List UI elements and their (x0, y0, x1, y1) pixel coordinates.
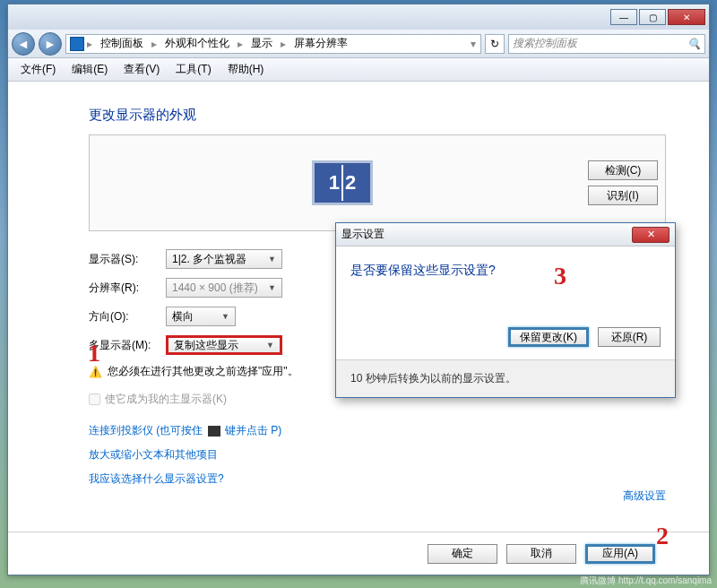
main-display-checkbox (89, 393, 100, 405)
minimize-button[interactable]: — (610, 9, 637, 25)
cancel-button[interactable]: 取消 (506, 544, 576, 564)
projector-link[interactable]: 连接到投影仪 (也可按住 键并点击 P) (89, 423, 666, 438)
identify-button[interactable]: 识别(I) (588, 186, 658, 205)
search-input[interactable]: 搜索控制面板 🔍 (508, 34, 705, 54)
display-settings-dialog: 显示设置 ✕ 是否要保留这些显示设置? 保留更改(K) 还原(R) 10 秒钟后… (335, 222, 676, 398)
breadcrumb-l4[interactable]: 屏幕分辨率 (289, 36, 353, 51)
menu-view[interactable]: 查看(V) (117, 59, 167, 80)
chevron-down-icon: ▼ (266, 341, 274, 350)
chevron-right-icon: ▸ (280, 38, 287, 50)
breadcrumb-l2[interactable]: 外观和个性化 (160, 36, 235, 51)
close-button[interactable]: ✕ (668, 9, 705, 25)
breadcrumb-root[interactable]: 控制面板 (95, 36, 149, 51)
forward-button[interactable]: ► (39, 32, 62, 56)
monitor-preview[interactable]: 1 2 (97, 160, 588, 205)
menu-tools[interactable]: 工具(T) (168, 59, 218, 80)
apply-button[interactable]: 应用(A) (585, 544, 655, 564)
menubar: 文件(F) 编辑(E) 查看(V) 工具(T) 帮助(H) (8, 58, 709, 82)
maximize-button[interactable]: ▢ (639, 9, 666, 25)
dialog-question: 是否要保留这些显示设置? (350, 263, 661, 279)
revert-button[interactable]: 还原(R) (598, 327, 661, 347)
breadcrumb[interactable]: ▸ 控制面板 ▸ 外观和个性化 ▸ 显示 ▸ 屏幕分辨率 ▾ (65, 34, 481, 54)
menu-edit[interactable]: 编辑(E) (65, 59, 115, 80)
watermark: 腾讯微博 http://t.qq.com/sanqima (580, 575, 712, 587)
search-icon: 🔍 (687, 38, 701, 50)
monitor-preview-box: 1 2 检测(C) 识别(I) (89, 134, 666, 231)
multi-display-select[interactable]: 复制这些显示 ▼ (166, 335, 282, 355)
windows-key-icon (208, 426, 220, 437)
menu-help[interactable]: 帮助(H) (220, 59, 272, 80)
warning-icon: ⚠️ (89, 365, 102, 378)
search-placeholder: 搜索控制面板 (513, 36, 577, 51)
resolution-select[interactable]: 1440 × 900 (推荐) ▼ (166, 278, 282, 298)
breadcrumb-l3[interactable]: 显示 (246, 36, 278, 51)
navbar: ◄ ► ▸ 控制面板 ▸ 外观和个性化 ▸ 显示 ▸ 屏幕分辨率 ▾ ↻ 搜索控… (8, 30, 709, 58)
chevron-down-icon: ▼ (268, 255, 276, 264)
dialog-countdown: 10 秒钟后转换为以前的显示设置。 (336, 359, 675, 397)
refresh-button[interactable]: ↻ (485, 34, 505, 54)
display-label: 显示器(S): (89, 252, 166, 267)
display-select[interactable]: 1|2. 多个监视器 ▼ (166, 249, 282, 269)
chevron-right-icon: ▸ (86, 38, 93, 50)
help-link[interactable]: 我应该选择什么显示器设置? (89, 471, 666, 487)
chevron-down-icon: ▼ (268, 283, 276, 292)
warning-text: 您必须在进行其他更改之前选择"应用"。 (108, 364, 298, 379)
text-size-link[interactable]: 放大或缩小文本和其他项目 (89, 447, 666, 463)
page-title: 更改显示器的外观 (89, 107, 666, 124)
ok-button[interactable]: 确定 (428, 544, 497, 564)
advanced-settings-link[interactable]: 高级设置 (623, 489, 666, 504)
chevron-right-icon: ▸ (237, 38, 244, 50)
detect-button[interactable]: 检测(C) (588, 160, 658, 180)
dialog-titlebar[interactable]: 显示设置 ✕ (336, 223, 675, 246)
keep-changes-button[interactable]: 保留更改(K) (508, 327, 589, 347)
resolution-label: 分辨率(R): (89, 281, 166, 296)
dialog-close-button[interactable]: ✕ (632, 227, 669, 243)
orientation-label: 方向(O): (89, 309, 166, 324)
menu-file[interactable]: 文件(F) (13, 59, 63, 80)
orientation-select[interactable]: 横向 ▼ (166, 307, 236, 326)
dialog-title: 显示设置 (341, 227, 632, 242)
footer: 确定 取消 应用(A) (8, 532, 709, 575)
chevron-down-icon: ▼ (221, 312, 229, 321)
multi-display-label: 多显示器(M): (89, 338, 166, 353)
main-display-label: 使它成为我的主显示器(K) (105, 392, 227, 407)
chevron-down-icon[interactable]: ▾ (470, 38, 477, 50)
titlebar: — ▢ ✕ (8, 4, 709, 30)
back-button[interactable]: ◄ (12, 32, 35, 56)
monitor-icon: 1 2 (312, 160, 373, 205)
control-panel-icon (70, 37, 84, 51)
chevron-right-icon: ▸ (151, 38, 158, 50)
